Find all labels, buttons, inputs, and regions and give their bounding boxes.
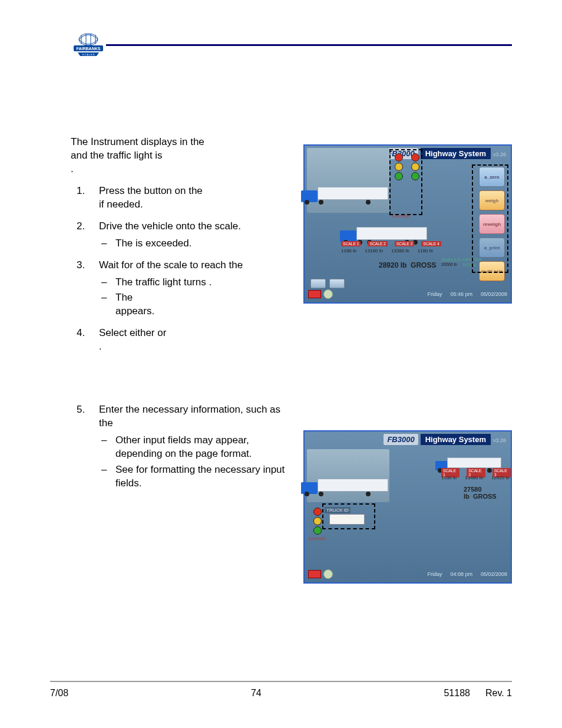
app-name: FB3000 [384, 434, 418, 445]
step-3: 3. Wait for of the scale to reach the Th… [71, 259, 292, 319]
status-bar: Friday05:46 pm05/02/2008 [427, 291, 507, 297]
traffic-light-yellow-icon [313, 517, 322, 525]
gross-weight: 27580 lb GROSS [464, 486, 511, 500]
text: The [115, 292, 133, 303]
app-title: FB3000Highway Systemv3.26 [384, 435, 506, 444]
doc-number: 51188 [444, 688, 470, 699]
text: Select either [99, 327, 157, 338]
exit-button[interactable] [308, 290, 321, 298]
text: of the scale to reach the [136, 259, 243, 271]
highlight-buttons [472, 164, 508, 273]
text: . [99, 341, 102, 352]
step-number: 1. [77, 185, 85, 198]
step-5-sub-2: See for formatting the necessary input f… [99, 463, 292, 490]
text: is exceeded. [135, 238, 191, 249]
highlight-truck-id [322, 503, 375, 529]
step-5-sub-1: Other input fields may appear, depending… [99, 434, 292, 461]
small-button[interactable] [310, 279, 326, 288]
step-number: 2. [77, 220, 85, 233]
text: Other input fields may appear, depending… [115, 434, 252, 459]
step-number: 3. [77, 259, 85, 272]
step-4: 4. Select either or . [71, 327, 292, 354]
step-number: 4. [77, 327, 85, 340]
text: and the traffic light is [71, 150, 163, 161]
center-weight-meta: (Axles 2-3)26560 lb [441, 258, 461, 266]
step-1: 1. Press the button on the if needed. [71, 185, 292, 212]
app-version: v3.26 [493, 437, 506, 443]
svg-point-0 [79, 34, 98, 45]
text: or [157, 327, 166, 338]
text: for formatting the necessary input field… [115, 464, 285, 489]
step-2-sub-1: The is exceeded. [99, 237, 292, 251]
text: Press the [99, 185, 144, 196]
app-version: v3.26 [493, 151, 506, 157]
traffic-light-red-icon [313, 508, 322, 516]
revision: Rev. 1 [485, 688, 512, 699]
axle-weights: 1180 lb13180 lb13380 lb1180 lb [341, 248, 433, 253]
step-3-sub-2: The appears. [99, 291, 292, 318]
footer-date: 7/08 [50, 688, 68, 699]
svg-text:FAIRBANKS: FAIRBANKS [77, 47, 101, 51]
screenshot-weigh-screen: FB3000Highway Systemv3.26 Automatic SCAL… [303, 144, 512, 304]
text: See [115, 464, 136, 475]
scale-labels: SCALE 1SCALE 2SCALE 3SCALE 4 [341, 241, 441, 246]
camera-view [307, 449, 389, 502]
step-3-sub-1: The traffic light turns . [99, 276, 292, 289]
text: The traffic light turns [115, 276, 209, 288]
text: Drive the vehicle onto the scale. [99, 220, 241, 232]
text: . [209, 276, 211, 288]
status-bar: Friday04:08 pm05/02/2008 [427, 571, 507, 577]
step-number: 5. [77, 403, 85, 417]
brand-logo: FAIRBANKS S C A L E S [71, 32, 106, 61]
page-number: 74 [251, 688, 262, 699]
small-button[interactable] [329, 279, 345, 288]
footer-rule [50, 681, 512, 682]
mode-label: Automatic [308, 536, 326, 541]
text: appears. [115, 305, 154, 317]
text: Wait for [99, 259, 136, 271]
text: . [71, 163, 74, 174]
gear-icon[interactable] [323, 289, 333, 299]
text: button on the [144, 185, 203, 196]
step-5: 5. Enter the necessary information, such… [71, 403, 292, 490]
app-subtitle: Highway System [421, 148, 491, 159]
axle-weights: 1180 lb13480 lb12920 lb [441, 475, 510, 480]
exit-button[interactable] [308, 570, 321, 578]
page-footer: 7/08 74 51188 Rev. 1 [50, 688, 512, 699]
screenshot-truck-id-screen: FB3000Highway Systemv3.26 SCALE 1SCALE 2… [303, 430, 512, 584]
text: Enter the necessary information, such as… [99, 404, 280, 429]
app-subtitle: Highway System [421, 434, 491, 445]
gross-weight: 28920 lb GROSS [379, 261, 436, 269]
gear-icon[interactable] [323, 569, 333, 579]
small-buttons [310, 279, 345, 288]
header-rule [106, 44, 512, 46]
text: The [115, 238, 135, 249]
intro-paragraph: The Instrument displays in the and the t… [71, 136, 292, 176]
highlight-lights [389, 149, 422, 215]
text: if needed. [99, 199, 143, 210]
text: in the [180, 136, 204, 147]
step-2: 2. Drive the vehicle onto the scale. The… [71, 220, 292, 251]
svg-text:S C A L E S: S C A L E S [82, 53, 95, 56]
text: The Instrument displays [71, 136, 180, 147]
traffic-light-green-icon [313, 526, 322, 535]
camera-view [307, 148, 389, 213]
